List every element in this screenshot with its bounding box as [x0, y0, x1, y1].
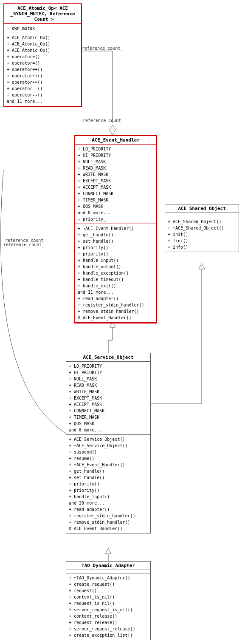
box-atomic-op-title: ACE_Atomic_Op< ACE_SYNCH_MUTEX, Referenc… — [4, 4, 81, 24]
label-reference-count-top: reference_count_ — [82, 46, 123, 51]
box-tao-dynamic-empty — [66, 570, 150, 573]
box-event-handler-methods: + ~ACE_Event_Handler() + get_handle() + … — [75, 224, 156, 323]
box-service-object: ACE_Service_Object + LO_PRIORITY + HI_PR… — [66, 353, 151, 533]
arrow-service-event-line — [108, 322, 113, 340]
box-service-object-title: ACE_Service_Object — [66, 353, 150, 362]
box-shared-object-title: ACE_Shared_Object — [165, 204, 239, 213]
arrow-atomic-to-event — [82, 51, 113, 123]
box-event-handler: ACE_Event_Handler + LO_PRIORITY + HI_PRI… — [74, 135, 157, 323]
label-ref-count: reference_count_ — [83, 118, 124, 123]
box-atomic-op: ACE_Atomic_Op< ACE_SYNCH_MUTEX, Referenc… — [3, 3, 82, 107]
inherit-triangle-3 — [105, 548, 111, 554]
box-shared-object: ACE_Shared_Object + ACE_Shared_Object() … — [165, 204, 239, 252]
box-tao-dynamic-methods: + ~TAO_Dynamic_Adapter() + create_reques… — [66, 573, 150, 640]
diagram-container: reference_count_ reference_count_ ACE_At… — [0, 0, 245, 644]
label-ref-count-2: reference_count_ — [5, 238, 46, 243]
box-atomic-op-attrs: - own_mutex_ — [4, 24, 81, 33]
box-tao-dynamic-title: TAO_Dynamic_Adapter — [66, 562, 150, 570]
diamond-event — [110, 125, 115, 135]
arrow-service-shared — [151, 264, 202, 404]
box-service-object-attrs: + LO_PRIORITY + HI_PRIORITY + NULL_MASK … — [66, 362, 150, 435]
box-shared-object-empty — [165, 213, 239, 217]
box-tao-dynamic: TAO_Dynamic_Adapter + ~TAO_Dynamic_Adapt… — [66, 561, 151, 640]
box-shared-object-methods: + ACE_Shared_Object() + ~ACE_Shared_Obje… — [165, 217, 239, 252]
box-service-object-methods: + ACE_Service_Object() + ~ACE_Service_Ob… — [66, 435, 150, 533]
label-reference-count-left: reference_count_ — [3, 242, 44, 247]
arrow-atomic-to-service — [1, 170, 66, 434]
box-event-handler-title: ACE_Event_Handler — [75, 136, 156, 145]
inherit-triangle-2 — [199, 264, 205, 269]
box-atomic-op-methods: + ACE_Atomic_Op() + ACE_Atomic_Op() + AC… — [4, 33, 81, 106]
box-event-handler-attrs: + LO_PRIORITY + HI_PRIORITY + NULL_MASK … — [75, 145, 156, 224]
